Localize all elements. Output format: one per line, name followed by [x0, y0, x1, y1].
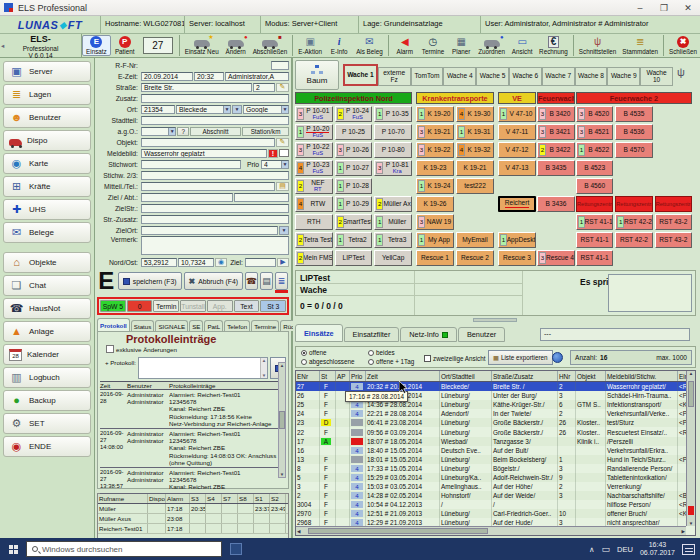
unit-button-m-ller-ax[interactable]: 2Müller Ax — [374, 196, 412, 212]
sidebar-item-dispo[interactable]: Dispo — [3, 130, 91, 151]
tab-tomtom[interactable]: TomTom — [411, 67, 444, 86]
globe-button[interactable] — [552, 352, 563, 363]
unit-button-rst-42-2[interactable]: RST 42-2 — [615, 232, 652, 248]
toolbar-button-einsatz[interactable]: EEinsatz — [82, 35, 111, 56]
unit-button-tetra3[interactable]: 1Tetra3 — [374, 232, 412, 248]
action-center-icon[interactable] — [682, 544, 695, 555]
input-field[interactable] — [245, 258, 276, 267]
column-header-stra-e-zusatz[interactable]: Straße/Zusatz — [492, 371, 558, 381]
toolbar-button-abschlie-en[interactable]: ■Abschließen — [250, 34, 291, 57]
table-row-einsatz-27[interactable]: 27F420:32 # 20.09.2014Bleckede/Breite St… — [296, 382, 686, 391]
sidebar-item-hausnot[interactable]: ☎HausNot — [3, 298, 91, 319]
sidebar-item-karte[interactable]: ◉Karte — [3, 153, 91, 174]
pencil-icon[interactable]: ✎ — [276, 138, 289, 147]
status-button-text[interactable]: Text — [234, 300, 260, 312]
unit-button-tetra-test[interactable]: 2Tetra Test — [295, 232, 333, 248]
toolbar-button-zuordnen[interactable]: ●Zuordnen — [475, 34, 508, 57]
radio-beides[interactable]: beides — [368, 349, 395, 356]
tray-window-icon[interactable]: ▭ — [602, 544, 611, 554]
column-header-zeit[interactable]: Zeit — [366, 371, 440, 381]
table-row-einsatz-17[interactable]: 17A18:07 # 18.05.2014Wiesbad/Tanzgasse 3… — [296, 437, 686, 446]
unit-button-k-19-30[interactable]: 4K 19-30 — [456, 106, 494, 122]
combo-field[interactable]: Google▼ — [243, 105, 289, 114]
unit-button-p-10-20[interactable]: 1P 10-20FuS — [295, 124, 333, 140]
input-field[interactable] — [141, 182, 275, 191]
target-icon[interactable]: ▶ — [277, 258, 289, 267]
phone-button[interactable]: ☎ — [245, 272, 258, 290]
crew-row[interactable]: Reichert-Test0117:18 — [98, 524, 288, 534]
input-field[interactable] — [141, 193, 233, 202]
unit-button-rescue-4[interactable]: 3Rescue 4 — [537, 250, 575, 266]
combo-field[interactable]: Bleckede▼ — [176, 105, 231, 114]
checkbox[interactable] — [279, 149, 289, 157]
input-field[interactable] — [141, 94, 289, 103]
sidebar-item-logbuch[interactable]: ▥Logbuch — [3, 367, 91, 388]
input-scrollbar[interactable]: ▲▼ — [260, 358, 267, 378]
column-header-ap[interactable]: AP — [336, 371, 350, 381]
unit-button-b-4536[interactable]: B 4536 — [615, 124, 652, 140]
sidebar-item-ende[interactable]: ◉ENDE — [3, 436, 91, 457]
table-row-einsatz-22[interactable]: 22F09:56 # 03.09.2014Lüneburg/Große Bäck… — [296, 427, 686, 436]
input-field[interactable] — [141, 171, 289, 180]
tab-wache-9[interactable]: Wache 9 — [607, 67, 640, 86]
column-header-st[interactable]: St — [320, 371, 336, 381]
tab-einsatzfilter[interactable]: Einsatzfilter — [344, 327, 400, 342]
start-button[interactable] — [0, 538, 26, 560]
unit-button-yellcap[interactable]: YellCap — [374, 250, 412, 266]
sidebar-item-backup[interactable]: ●Backup — [3, 390, 91, 411]
sidebar-item-lagen[interactable]: ≣Lagen — [3, 84, 91, 105]
combo-field[interactable]: ▼ — [141, 127, 176, 136]
tab-status[interactable]: Status — [131, 320, 155, 331]
unit-button-p-10-22[interactable]: 3P 10-22FuS — [295, 142, 333, 158]
protokoll-entry[interactable]: 2016-09-2714:08:00AdministratorAlarmiert… — [100, 429, 278, 468]
column-header-prio[interactable]: Prio — [350, 371, 366, 381]
unit-button-rescue-2[interactable]: Rescue 2 — [456, 250, 494, 266]
protokoll-input[interactable]: ▲▼ — [138, 357, 268, 379]
unit-button-p-10-35[interactable]: 1P 10-35 — [374, 106, 412, 122]
unit-button-k-19-32[interactable]: 4K 19-32 — [456, 142, 494, 158]
alert-icon[interactable]: ! — [268, 149, 278, 158]
unit-button-appdeskt[interactable]: 1AppDeskt — [498, 232, 536, 248]
exclusive-changes-checkbox[interactable]: exklusive Änderungen — [106, 345, 177, 353]
sidebar-item-belege[interactable]: ✉Belege — [3, 222, 91, 243]
input-field[interactable]: 20:32 — [194, 72, 224, 81]
unit-button-p-10-80[interactable]: P 10-80 — [374, 142, 412, 158]
unit-button-rst-41-1[interactable]: RST 41-1 — [576, 232, 613, 248]
tab-wache-4[interactable]: Wache 4 — [443, 67, 476, 86]
protokoll-entry[interactable]: 2016-09-28AdministratorAlarmiert: Reiche… — [100, 390, 278, 429]
unit-button-mein-fms[interactable]: 2Mein FMS — [295, 250, 333, 266]
unit-button-b-4520[interactable]: 3B 4520 — [576, 106, 613, 122]
dropdown-button[interactable]: ▼ — [232, 105, 242, 114]
tab-patl[interactable]: PatL — [204, 320, 223, 331]
tab-wache-1[interactable]: Wache 1 — [343, 64, 378, 86]
unit-button-rst-43-2[interactable]: RST 43-2 — [655, 232, 692, 248]
sidebar-item-uhs[interactable]: ✚UHS — [3, 199, 91, 220]
radio-abgeschlossene[interactable]: abgeschlossene — [301, 358, 355, 365]
input-field[interactable] — [141, 226, 278, 235]
language-indicator[interactable]: DEU — [617, 545, 633, 554]
unit-button-k-19-21[interactable]: 3K 19-21 — [416, 124, 454, 140]
column-header-enr[interactable]: ENr — [296, 371, 320, 381]
unit-button-p-10-26[interactable]: 3P 10-26 — [335, 142, 373, 158]
tab-termine[interactable]: Termine — [251, 320, 279, 331]
minimize-button[interactable]: – — [628, 3, 652, 13]
column-header-meldebild-stichw-[interactable]: Meldebild/Stichw. — [606, 371, 678, 381]
input-field[interactable]: 53,2912 — [141, 258, 177, 267]
print-button[interactable]: ▤ — [260, 272, 273, 290]
status-button-0[interactable]: 0 — [127, 300, 153, 312]
column-header-hnr[interactable]: HNr — [558, 371, 576, 381]
list-button[interactable]: ≣ — [275, 272, 288, 290]
input-field[interactable]: Breite Str. — [141, 83, 252, 92]
toolbar-button--ndern[interactable]: ●Ändern — [222, 34, 250, 57]
unit-button-p-10-25[interactable]: P 10-25 — [335, 124, 373, 140]
tab-wache-8[interactable]: Wache 8 — [575, 67, 608, 86]
crew-row[interactable]: Müller17:1820:3523:3723:49 — [98, 504, 288, 514]
unit-button-b-4560[interactable]: B 4560 — [576, 178, 613, 194]
unit-button-p-10-23[interactable]: 4P 10-23FuS — [295, 160, 333, 176]
tab-wache-5[interactable]: Wache 5 — [476, 67, 509, 86]
table-row-einsatz-8[interactable]: 8F417:33 # 15.05.2014Lüneburg/Bögelstr./… — [296, 464, 686, 473]
unit-button-v-47-12[interactable]: V 47-12 — [498, 142, 536, 158]
toolbar-button-einsatz-neu[interactable]: ★Einsatz Neu — [182, 34, 222, 57]
help-button[interactable]: ? — [177, 127, 189, 136]
unit-button-b-4522[interactable]: 1B 4522 — [576, 142, 613, 158]
